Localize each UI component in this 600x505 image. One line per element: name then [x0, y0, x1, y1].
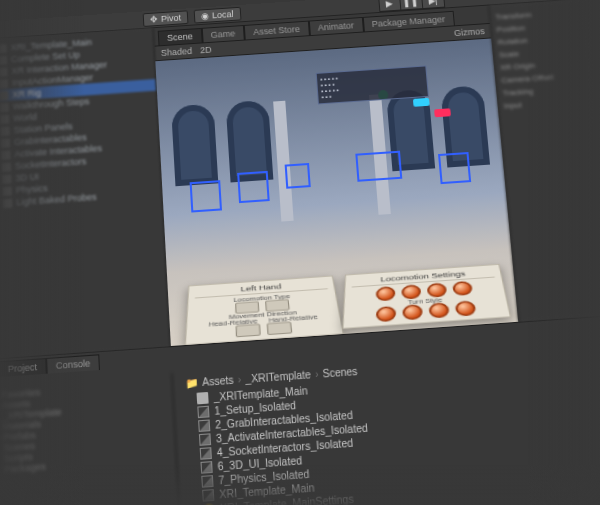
knob-6[interactable]	[402, 304, 423, 320]
gameobject-icon	[0, 102, 9, 112]
crumb-2[interactable]: Scenes	[322, 365, 358, 379]
chevron-right-icon: ›	[315, 368, 319, 380]
gameobject-icon	[0, 55, 7, 64]
crumb-1[interactable]: _XRITemplate	[245, 368, 311, 384]
pivot-label: Pivot	[161, 12, 182, 23]
gameobject-icon	[3, 198, 13, 208]
gameobject-icon	[1, 162, 11, 172]
scene-viewport[interactable]: ▪ ▪ ▪ ▪ ▪▪ ▪ ▪ ▪▪ ▪ ▪ ▪ ▪▪ ▪ ▪ Left Hand…	[155, 38, 518, 346]
mode-2d-toggle[interactable]: 2D	[200, 45, 212, 56]
tab-project[interactable]: Project	[0, 358, 47, 377]
locomotion-panel: Locomotion Settings Turn Style	[342, 264, 511, 329]
scene-panel: SceneGameAsset StoreAnimatorPackage Mana…	[154, 6, 519, 347]
scene-icon	[200, 461, 212, 474]
gameobject-icon	[0, 90, 8, 99]
step-button[interactable]: ▶|	[422, 0, 445, 9]
folder-icon	[196, 391, 208, 403]
tab-console[interactable]: Console	[46, 354, 100, 373]
scene-icon	[202, 489, 214, 502]
local-label: Local	[212, 9, 234, 20]
crumb-0[interactable]: Assets	[202, 374, 234, 388]
shading-dropdown[interactable]: Shaded	[161, 46, 193, 58]
knob-7[interactable]	[428, 303, 449, 319]
gameobject-icon	[0, 79, 8, 88]
hierarchy-panel: XRI_Template_MainComplete Set UpXR Inter…	[0, 28, 171, 358]
knob-8[interactable]	[454, 301, 476, 317]
pivot-icon: ✥	[150, 14, 159, 24]
left-hand-panel: Left Hand Locomotion Type Movement Direc…	[185, 275, 344, 345]
play-icon: ▶	[386, 0, 394, 8]
scene-icon	[197, 405, 209, 417]
gameobject-icon	[0, 44, 7, 53]
hierarchy-label: XR Rig	[12, 88, 41, 100]
gizmos-toggle[interactable]: Gizmos	[454, 26, 485, 38]
gameobject-icon	[2, 174, 12, 184]
gameobject-icon	[1, 138, 10, 148]
gameobject-icon	[1, 150, 10, 160]
head-relative-button[interactable]	[236, 324, 261, 338]
pause-button[interactable]: ❚❚	[400, 0, 423, 10]
local-toggle[interactable]: ◉ Local	[194, 6, 241, 23]
knob-5[interactable]	[376, 306, 396, 323]
project-tree: FavoritesAssets _XRITemplate Materials P…	[0, 373, 181, 505]
step-icon: ▶|	[428, 0, 438, 5]
chevron-right-icon: ›	[237, 373, 241, 385]
scene-icon	[199, 433, 211, 446]
pause-icon: ❚❚	[403, 0, 420, 7]
pivot-toggle[interactable]: ✥ Pivot	[143, 10, 189, 27]
play-button[interactable]: ▶	[378, 0, 401, 11]
gameobject-icon	[0, 114, 9, 124]
scene-icon	[200, 447, 212, 460]
hierarchy-label: 3D UI	[15, 172, 39, 184]
gameobject-icon	[2, 186, 12, 196]
folder-icon: 📁	[185, 376, 198, 388]
scene-icon	[198, 419, 210, 432]
hand-relative-button[interactable]	[267, 321, 293, 335]
gameobject-icon	[0, 67, 7, 76]
globe-icon: ◉	[201, 10, 210, 20]
project-list: 📁 Assets › _XRITemplate › Scenes _XRITem…	[172, 341, 600, 505]
scene-icon	[201, 475, 213, 488]
gameobject-icon	[0, 126, 9, 136]
hierarchy-label: World	[13, 112, 37, 124]
